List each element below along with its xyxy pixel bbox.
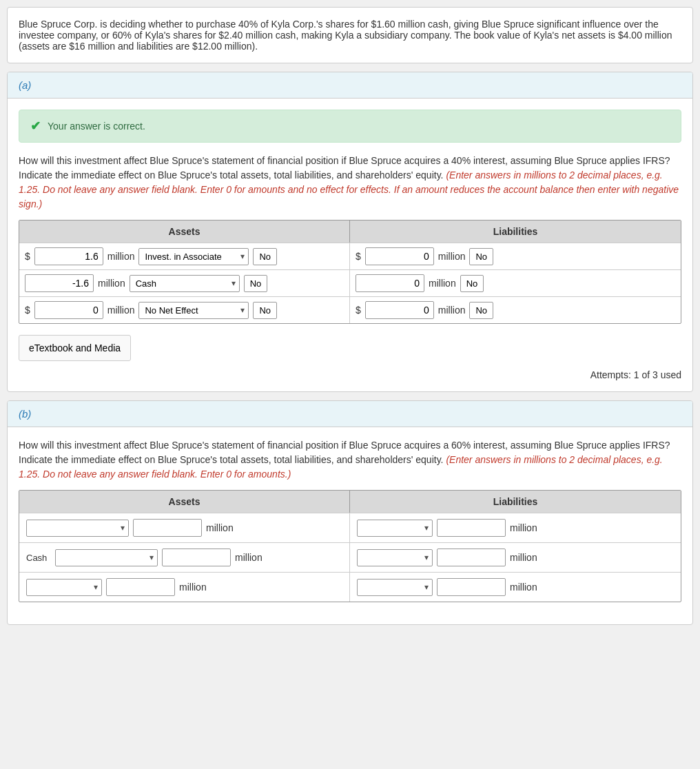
section-b-header: (b) bbox=[8, 401, 692, 427]
assets-header: Assets bbox=[19, 221, 350, 243]
liabilities-b-row2: No Net Effect ▾ million bbox=[350, 543, 681, 572]
liabilities-b-row3: No Net Effect ▾ million bbox=[350, 573, 681, 602]
dollar-sign: $ bbox=[25, 251, 30, 262]
no-effect-liab-btn-1[interactable]: No bbox=[469, 248, 493, 265]
assets-row2: million Cash Invest. in Associate No Net… bbox=[19, 270, 350, 296]
asset-dropdown-3[interactable]: No Net Effect Invest. in Associate Cash … bbox=[138, 302, 249, 319]
asset-b-dropdown-2[interactable]: Cash Invest. in Subsidiary ▾ bbox=[55, 549, 158, 566]
liab-b-value-3[interactable] bbox=[437, 578, 506, 596]
liability-value-1[interactable] bbox=[365, 247, 434, 265]
liabilities-b-header: Liabilities bbox=[350, 491, 681, 513]
asset-b-value-3[interactable] bbox=[106, 578, 175, 596]
asset-value-1[interactable] bbox=[34, 247, 103, 265]
success-message: Your answer is correct. bbox=[48, 121, 145, 132]
table-row: Cash Cash Invest. in Subsidiary ▾ millio… bbox=[19, 542, 681, 572]
asset-value-3[interactable] bbox=[34, 301, 103, 319]
section-a-label: (a) bbox=[19, 79, 31, 91]
section-a-question: How will this investment affect Blue Spr… bbox=[19, 154, 681, 212]
liability-value-3[interactable] bbox=[365, 301, 434, 319]
assets-b-row3: No Net Effect ▾ million bbox=[19, 573, 350, 602]
table-row: million Cash Invest. in Associate No Net… bbox=[19, 269, 681, 296]
asset-b-dropdown-3[interactable]: No Net Effect ▾ bbox=[26, 579, 102, 596]
liab-b-select-1[interactable]: No Net Effect bbox=[357, 520, 433, 537]
dollar-sign: $ bbox=[356, 305, 361, 316]
liabilities-row1: $ million No bbox=[350, 243, 681, 269]
assets-row1: $ million Invest. in Associate Cash No N… bbox=[19, 243, 350, 269]
asset-select-2[interactable]: Cash Invest. in Associate No Net Effect bbox=[130, 275, 240, 292]
liabilities-b-row1: No Net Effect ▾ million bbox=[350, 513, 681, 542]
section-b-body: How will this investment affect Blue Spr… bbox=[8, 427, 692, 624]
assets-b-row1: Invest. in Subsidiary Cash No Net Effect… bbox=[19, 513, 350, 542]
etextbook-button[interactable]: eTextbook and Media bbox=[19, 335, 131, 361]
liab-b-select-2[interactable]: No Net Effect bbox=[357, 549, 433, 566]
section-b-label: (b) bbox=[19, 408, 31, 420]
asset-select-3[interactable]: No Net Effect Invest. in Associate Cash bbox=[138, 302, 249, 319]
asset-b-select-2[interactable]: Cash Invest. in Subsidiary bbox=[55, 549, 158, 566]
asset-select-1[interactable]: Invest. in Associate Cash No Net Effect bbox=[138, 248, 249, 265]
intro-card: Blue Spruce Corp. is deciding whether to… bbox=[7, 7, 693, 63]
asset-value-2[interactable] bbox=[25, 274, 94, 292]
table-row: Invest. in Subsidiary Cash No Net Effect… bbox=[19, 513, 681, 542]
section-a-header: (a) bbox=[8, 72, 692, 99]
liab-b-dropdown-1[interactable]: No Net Effect ▾ bbox=[357, 520, 433, 537]
liab-b-value-2[interactable] bbox=[437, 548, 506, 566]
asset-dropdown-1[interactable]: Invest. in Associate Cash No Net Effect … bbox=[138, 248, 249, 265]
assets-row3: $ million No Net Effect Invest. in Assoc… bbox=[19, 297, 350, 323]
success-alert: ✔ Your answer is correct. bbox=[19, 110, 681, 143]
intro-text: Blue Spruce Corp. is deciding whether to… bbox=[19, 19, 681, 52]
section-b-table: Assets Liabilities Invest. in Subsidiary… bbox=[19, 490, 681, 602]
asset-b-dropdown-1[interactable]: Invest. in Subsidiary Cash No Net Effect… bbox=[26, 520, 129, 537]
liabilities-header: Liabilities bbox=[350, 221, 681, 243]
checkmark-icon: ✔ bbox=[30, 119, 41, 134]
liability-value-2[interactable] bbox=[356, 274, 424, 292]
cash-label: Cash bbox=[26, 553, 51, 563]
no-effect-btn-1[interactable]: No bbox=[253, 248, 277, 265]
table-row: $ million No Net Effect Invest. in Assoc… bbox=[19, 296, 681, 323]
section-a-table: Assets Liabilities $ million Invest. in … bbox=[19, 220, 681, 324]
assets-b-row2: Cash Cash Invest. in Subsidiary ▾ millio… bbox=[19, 543, 350, 572]
no-effect-btn-3[interactable]: No bbox=[253, 302, 277, 319]
section-a-body: ✔ Your answer is correct. How will this … bbox=[8, 99, 692, 391]
dollar-sign: $ bbox=[356, 251, 361, 262]
asset-dropdown-2[interactable]: Cash Invest. in Associate No Net Effect … bbox=[130, 275, 240, 292]
section-b: (b) How will this investment affect Blue… bbox=[7, 400, 693, 625]
table-b-header: Assets Liabilities bbox=[19, 491, 681, 513]
no-effect-liab-btn-2[interactable]: No bbox=[460, 275, 484, 292]
no-effect-btn-2[interactable]: No bbox=[244, 275, 268, 292]
dollar-sign: $ bbox=[25, 305, 30, 316]
section-a: (a) ✔ Your answer is correct. How will t… bbox=[7, 72, 693, 392]
section-b-question: How will this investment affect Blue Spr… bbox=[19, 438, 681, 482]
table-row: $ million Invest. in Associate Cash No N… bbox=[19, 243, 681, 269]
attempts-text: Attempts: 1 of 3 used bbox=[19, 369, 681, 380]
asset-b-value-2[interactable] bbox=[162, 548, 231, 566]
table-a-header: Assets Liabilities bbox=[19, 221, 681, 243]
table-row: No Net Effect ▾ million No Net Effect ▾ bbox=[19, 572, 681, 602]
liab-b-dropdown-2[interactable]: No Net Effect ▾ bbox=[357, 549, 433, 566]
liabilities-row2: million No bbox=[350, 270, 681, 296]
asset-b-select-1[interactable]: Invest. in Subsidiary Cash No Net Effect bbox=[26, 520, 129, 537]
asset-b-value-1[interactable] bbox=[133, 519, 202, 537]
no-effect-liab-btn-3[interactable]: No bbox=[469, 302, 493, 319]
liab-b-value-1[interactable] bbox=[437, 519, 506, 537]
liab-b-select-3[interactable]: No Net Effect bbox=[357, 579, 433, 596]
liab-b-dropdown-3[interactable]: No Net Effect ▾ bbox=[357, 579, 433, 596]
assets-b-header: Assets bbox=[19, 491, 350, 513]
asset-b-select-3[interactable]: No Net Effect bbox=[26, 579, 102, 596]
liabilities-row3: $ million No bbox=[350, 297, 681, 323]
